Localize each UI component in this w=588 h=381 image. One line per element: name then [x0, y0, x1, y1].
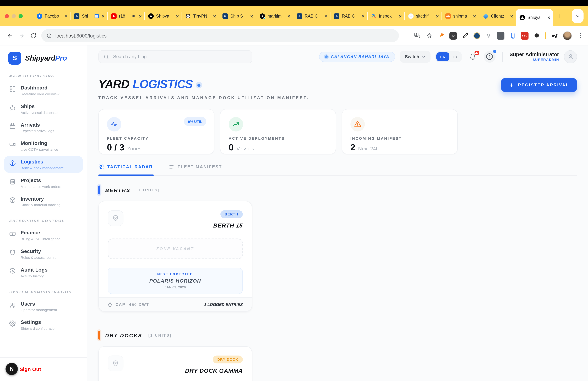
tab-close-icon[interactable]: ×	[547, 15, 550, 20]
address-bar[interactable]: localhost:3000/logistics	[41, 29, 399, 42]
tab-close-icon[interactable]: ×	[65, 14, 67, 18]
berth-name: BERTH 15	[213, 222, 243, 229]
browser-tab[interactable]: Gsite:hif×	[404, 6, 441, 26]
stat-unit: Next 24h	[358, 146, 379, 152]
new-tab-button[interactable]	[554, 11, 564, 21]
browser-tab[interactable]: fFacebo×	[33, 6, 70, 26]
browser-tab[interactable]: Shipya×	[516, 9, 553, 26]
forward-icon[interactable]	[16, 30, 27, 42]
browser-tab[interactable]: shipma×	[441, 6, 479, 26]
sidebar-item-logistics[interactable]: LogisticsBerth & dock management	[4, 156, 83, 173]
notifications-button[interactable]: 20	[466, 50, 479, 63]
site-info-icon[interactable]	[46, 33, 52, 38]
phone-extension-icon[interactable]	[509, 32, 517, 39]
reload-icon[interactable]	[27, 30, 39, 42]
lang-en-button[interactable]: EN	[437, 52, 449, 61]
profile-avatar[interactable]	[563, 31, 572, 40]
tab-title: Facebo	[45, 14, 63, 18]
browser-tab[interactable]: SShi×	[70, 6, 107, 26]
nextjs-dev-button[interactable]: N	[5, 363, 18, 375]
font-ninja-extension-icon[interactable]: f?	[449, 32, 457, 39]
lang-id-button[interactable]: ID	[450, 52, 461, 61]
browser-menu-icon[interactable]	[576, 32, 584, 39]
brand[interactable]: S ShipyardPro	[0, 45, 87, 65]
tab-tactical-radar[interactable]: TACTICAL RADAR	[98, 164, 153, 175]
media-controls-icon[interactable]	[551, 32, 558, 39]
tab-close-icon[interactable]: ×	[288, 14, 290, 18]
tab-close-icon[interactable]: ×	[436, 14, 439, 18]
sidebar-item-inventory[interactable]: InventoryStock & material tracking	[4, 193, 83, 210]
minimize-window-button[interactable]	[12, 14, 16, 18]
bookmark-star-icon[interactable]	[425, 32, 433, 39]
tab-title: Clientz	[491, 14, 508, 18]
browser-tab[interactable]: SRAB C×	[330, 6, 367, 26]
tab-close-icon[interactable]: ×	[176, 14, 179, 18]
tab-close-icon[interactable]: ×	[325, 14, 327, 18]
sidebar-item-ships[interactable]: ShipsActive vessel database	[4, 100, 83, 117]
tab-close-icon[interactable]: ×	[102, 14, 105, 18]
sidebar-item-subtitle: Real-time yard overview	[21, 92, 59, 96]
navy-favicon: S	[297, 13, 302, 19]
eyedropper-extension-icon[interactable]	[462, 32, 469, 39]
browser-tab[interactable]: TinyPN×	[182, 6, 219, 26]
switch-org-button[interactable]: Switch	[400, 51, 431, 63]
tab-close-icon[interactable]: ×	[139, 14, 142, 18]
navy-badge-extension-icon[interactable]	[474, 32, 480, 39]
sidebar-item-security[interactable]: SecurityRoles & access control	[4, 246, 83, 262]
sidebar-item-monitoring[interactable]: MonitoringLive CCTV surveillance	[4, 137, 83, 154]
tab-close-icon[interactable]: ×	[362, 14, 364, 18]
capacity-label: CAP: 450 DWT	[116, 302, 149, 307]
tab-title: Shipya	[527, 15, 546, 20]
sidebar-item-finance[interactable]: FinanceBilling & P&L intelligence	[4, 227, 83, 244]
search-input[interactable]	[98, 50, 252, 63]
berth-card[interactable]: BERTH BERTH 15 ZONE VACANT NEXT EXPECTED…	[98, 201, 252, 312]
sidebar-item-arrivals[interactable]: ArrivalsExpected arrival logs	[4, 119, 83, 136]
org-name: GALANGAN BAHARI JAYA	[331, 55, 389, 59]
sidebar-item-title: Dashboard	[21, 85, 59, 91]
tab-search-chevron-icon[interactable]	[572, 9, 584, 23]
tab-close-icon[interactable]: ×	[399, 14, 402, 18]
browser-tab[interactable]: Inspek×	[367, 6, 404, 26]
browser-tab[interactable]: Shipya×	[145, 6, 182, 26]
sidebar-item-users[interactable]: UsersOperator management	[4, 298, 83, 315]
sidebar-item-settings[interactable]: SettingsShipyard configuration	[4, 316, 83, 333]
drydocks-section-header: DRY DOCKS [1 UNITS]	[98, 331, 577, 340]
back-icon[interactable]	[4, 30, 16, 42]
browser-tab[interactable]: SRAB C×	[293, 6, 330, 26]
sidebar-item-dashboard[interactable]: DashboardReal-time yard overview	[4, 82, 83, 99]
sidebar-item-projects[interactable]: ProjectsMaintenance work orders	[4, 175, 83, 191]
close-window-button[interactable]	[5, 14, 9, 18]
sidebar-item-audit-logs[interactable]: Audit LogsActivity history	[4, 264, 83, 281]
app-header: GALANGAN BAHARI JAYA Switch EN ID 20 ?	[87, 45, 588, 68]
grid-icon	[9, 86, 16, 92]
flame-extension-icon[interactable]	[437, 32, 445, 39]
extensions-puzzle-icon[interactable]	[533, 32, 541, 39]
tab-close-icon[interactable]: ×	[473, 14, 476, 18]
drydock-card[interactable]: DRY DOCK DRY DOCK GAMMA	[98, 346, 252, 381]
browser-tab[interactable]: maritim×	[256, 6, 293, 26]
browser-toolbar: localhost:3000/logistics f?VFSEO	[0, 26, 588, 45]
register-arrival-button[interactable]: REGISTER ARRIVAL	[501, 78, 577, 92]
section-accent-bar	[98, 331, 100, 340]
seo-extension-icon[interactable]: SEO	[521, 32, 528, 39]
tab-close-icon[interactable]: ×	[250, 14, 253, 18]
page-content: YARDLOGISTICS TRACK VESSEL ARRIVALS AND …	[87, 68, 588, 381]
tab-close-icon[interactable]: ×	[510, 14, 513, 18]
tab-fleet-manifest[interactable]: FLEET MANIFEST	[169, 164, 222, 175]
stat-value: 0 / 3	[107, 142, 124, 153]
help-button[interactable]: ?	[484, 51, 495, 63]
zoom-window-button[interactable]	[19, 14, 23, 18]
browser-tab[interactable]: SShip S×	[219, 6, 256, 26]
browser-tab[interactable]: Clientz×	[479, 6, 516, 26]
avatar[interactable]	[564, 50, 577, 63]
organization-badge[interactable]: GALANGAN BAHARI JAYA	[319, 51, 395, 62]
sign-out-link[interactable]: Sign Out	[20, 366, 41, 372]
help-notification-dot	[493, 50, 496, 53]
browser-tab[interactable]: (18×	[107, 6, 145, 26]
tab-close-icon[interactable]: ×	[213, 14, 216, 18]
search-field[interactable]	[112, 54, 247, 60]
location-pin-icon	[108, 210, 124, 226]
vue-devtools-extension-icon[interactable]: V	[485, 32, 492, 39]
google-translate-icon[interactable]	[413, 32, 421, 39]
f-extension-icon[interactable]: F	[497, 32, 504, 39]
